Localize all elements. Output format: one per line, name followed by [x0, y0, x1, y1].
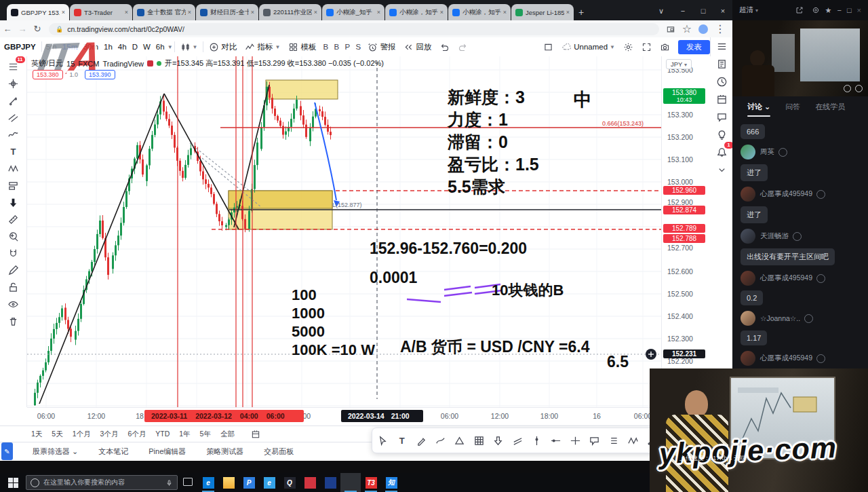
interval-button[interactable]: 5m	[43, 43, 60, 51]
go-to-date-calendar-icon[interactable]	[251, 430, 260, 439]
chevron-down-icon[interactable]	[713, 161, 731, 178]
browser-tab[interactable]: GBPJPY 153.2 ×	[7, 4, 69, 20]
side-minimize-icon[interactable]: −	[837, 6, 841, 14]
bookmark-star-icon[interactable]: ☆	[682, 22, 692, 35]
tab-close-icon[interactable]: ×	[251, 9, 254, 16]
reload-icon[interactable]: ↻	[30, 24, 45, 34]
trash-icon[interactable]	[5, 312, 22, 330]
stop-price-pill[interactable]: 153.380	[33, 70, 63, 79]
chat-avatar[interactable]	[741, 145, 755, 159]
interval-chevron-icon[interactable]: ▼	[167, 44, 173, 50]
range-button[interactable]: 1天	[31, 430, 42, 439]
browser-tab[interactable]: 小糊涂_知乎 ×	[322, 4, 384, 20]
browser-tab[interactable]: 金十数据 官方 ×	[133, 4, 195, 20]
interval-button[interactable]: 1h	[101, 43, 115, 51]
watchlist-icon[interactable]	[713, 37, 731, 55]
range-button[interactable]: 1年	[179, 430, 190, 439]
interval-button[interactable]: W	[140, 43, 153, 51]
window-maximize-button[interactable]: □	[694, 4, 712, 18]
mic-icon[interactable]	[165, 479, 173, 487]
quick-layout-button[interactable]: S	[353, 43, 363, 51]
bottom-panel-tab[interactable]: 股票筛选器 ⌄	[33, 447, 78, 457]
taskbar-app-icon[interactable]: P	[239, 473, 259, 492]
compare-button[interactable]: 对比	[205, 42, 241, 52]
interval-button[interactable]: 15m	[60, 43, 81, 51]
menu-icon[interactable]: 11	[5, 58, 22, 75]
side-close-icon[interactable]: ×	[857, 6, 861, 14]
interval-button[interactable]: 4h	[115, 43, 130, 51]
browser-tab[interactable]: 小糊涂，知乎 ×	[385, 4, 448, 20]
start-button[interactable]	[0, 473, 26, 492]
indicators-button[interactable]: 指标▼	[241, 42, 284, 52]
grid-icon[interactable]	[470, 432, 488, 449]
cross-line-icon[interactable]	[566, 432, 584, 449]
cursor-icon[interactable]	[374, 432, 391, 449]
cloud-save-button[interactable]: Unnamed▼	[557, 42, 619, 52]
fullscreen-icon[interactable]	[637, 42, 656, 52]
interval-button[interactable]: D	[130, 43, 140, 51]
tab-close-icon[interactable]: ×	[440, 9, 443, 16]
text-icon[interactable]: T	[393, 432, 411, 449]
chat-avatar[interactable]	[741, 311, 755, 326]
quick-layout-button[interactable]: B	[320, 43, 331, 51]
symbol-button[interactable]: GBPJPY	[0, 43, 40, 51]
range-button[interactable]: 5天	[52, 430, 62, 439]
taskbar-app-icon[interactable]	[320, 473, 340, 492]
taskbar-app-icon[interactable]: Q	[279, 473, 300, 492]
pencil-icon[interactable]	[412, 432, 430, 449]
alert-button[interactable]: 警报	[363, 42, 399, 52]
news-icon[interactable]	[713, 55, 731, 73]
vertical-line-icon[interactable]	[528, 432, 545, 449]
template-button[interactable]: 模板	[284, 42, 320, 52]
chat-tab[interactable]: 问答	[785, 102, 800, 112]
task-view-icon[interactable]	[178, 476, 198, 489]
chat-avatar[interactable]	[741, 187, 755, 202]
presenter-video-feed[interactable]: ykpojie·com	[650, 368, 868, 492]
currency-selector[interactable]: JPY ▾	[666, 59, 692, 69]
range-button[interactable]: YTD	[155, 430, 170, 439]
interval-button[interactable]: 6h	[153, 43, 167, 51]
taskbar-app-icon[interactable]: 知	[381, 473, 401, 492]
triangle-icon[interactable]	[451, 432, 469, 449]
browser-tab[interactable]: T3-Trader ×	[70, 4, 132, 20]
forecast-icon[interactable]	[5, 176, 22, 194]
tab-close-icon[interactable]: ×	[314, 9, 317, 16]
window-close-button[interactable]: ×	[714, 4, 732, 18]
callout-icon[interactable]	[586, 432, 604, 449]
bottom-panel-tab[interactable]: 策略测试器	[206, 447, 243, 457]
redo-icon[interactable]	[454, 42, 472, 52]
chat-tab[interactable]: 在线学员	[815, 102, 845, 112]
arrow-down-icon[interactable]	[5, 193, 22, 211]
browser-tab[interactable]: 财经日历-金十 ×	[196, 4, 258, 20]
forward-icon[interactable]: →	[15, 24, 30, 34]
chat-avatar[interactable]	[741, 271, 755, 286]
tab-close-icon[interactable]: ×	[377, 9, 380, 16]
alerts-clock-icon[interactable]	[713, 73, 731, 90]
xabcd-icon[interactable]	[5, 159, 22, 177]
price-axis[interactable]: JPY ▾ 153.500153.400153.300153.200153.10…	[661, 56, 711, 407]
address-bar[interactable]: 🔒 cn.tradingview.com/chart/0c2p0WAV/	[49, 23, 659, 35]
chat-icon[interactable]	[713, 108, 731, 126]
entry-price-pill[interactable]: 153.390	[85, 70, 115, 79]
bottom-panel-tab[interactable]: 文本笔记	[98, 447, 128, 457]
time-axis[interactable]: 06:0012:001812:0006:0012:0018:001606:00 …	[27, 407, 710, 426]
taskbar-app-icon[interactable]	[218, 473, 239, 492]
publish-button[interactable]: 发表	[678, 40, 710, 54]
crosshair-icon[interactable]	[5, 75, 22, 92]
zoom-in-icon[interactable]	[5, 227, 22, 245]
settings-gear-icon[interactable]	[619, 42, 637, 52]
picture-in-picture-icon[interactable]	[666, 24, 675, 34]
window-minimize-button[interactable]: −	[674, 4, 692, 18]
taskbar-app-icon[interactable]	[300, 473, 320, 492]
notifications-icon[interactable]: 1	[713, 143, 731, 161]
profile-avatar[interactable]	[698, 24, 708, 34]
parallel-icon[interactable]	[509, 432, 526, 449]
idea-icon[interactable]	[713, 126, 731, 143]
range-button[interactable]: 5年	[200, 430, 211, 439]
lock-icon[interactable]	[5, 278, 22, 296]
stream-quality-label[interactable]: 超清	[739, 5, 753, 15]
tab-close-icon[interactable]: ×	[62, 9, 65, 16]
pattern-icon[interactable]	[624, 432, 642, 449]
taskbar-search-box[interactable]: 在这里输入你要搜索的内容	[26, 475, 178, 490]
layout-select-icon[interactable]	[539, 42, 557, 52]
